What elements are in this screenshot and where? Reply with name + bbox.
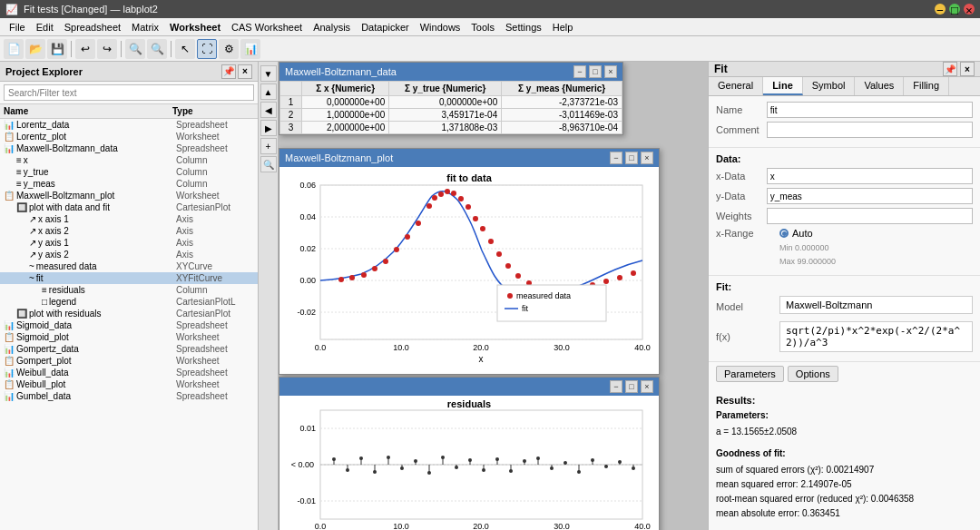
residuals-close[interactable]: × (641, 380, 653, 393)
table-cell[interactable]: -8,963710e-04 (502, 122, 622, 134)
right-panel-pin[interactable]: 📌 (943, 62, 957, 76)
tab-line[interactable]: Line (763, 77, 803, 95)
side-btn-4[interactable]: ▶ (260, 120, 277, 136)
arrow-tool[interactable]: ↖ (175, 39, 195, 59)
save-button[interactable]: 💾 (47, 39, 67, 59)
tree-item[interactable]: 📋Sigmoid_plotWorksheet (0, 331, 258, 343)
tree-item[interactable]: 📋Lorentz_plotWorksheet (0, 131, 258, 142)
table-cell[interactable]: -3,011469e-03 (502, 109, 622, 122)
zoom-out-button[interactable]: 🔍 (147, 39, 167, 59)
tree-item[interactable]: 📊Weibull_dataSpreadsheet (0, 367, 258, 378)
minimize-button[interactable]: − (935, 4, 946, 15)
tree-item[interactable]: 🔲plot with data and fitCartesianPlot (0, 201, 258, 213)
side-btn-1[interactable]: ▼ (260, 65, 277, 82)
table-cell[interactable]: 2,000000e+00 (302, 122, 389, 134)
maximize-button[interactable]: □ (949, 4, 960, 15)
menu-cas-worksheet[interactable]: CAS Worksheet (226, 18, 308, 35)
side-btn-3[interactable]: ◀ (260, 102, 277, 118)
menu-edit[interactable]: Edit (31, 18, 59, 35)
table-cell[interactable]: 1,371808e-03 (389, 122, 502, 134)
options-button[interactable]: Options (788, 366, 838, 382)
tree-item[interactable]: ≡y_measColumn (0, 178, 258, 190)
tree-item[interactable]: 📋Gompert_plotWorksheet (0, 355, 258, 367)
tree-item[interactable]: 📋Weibull_plotWorksheet (0, 378, 258, 390)
main-plot-close[interactable]: × (641, 152, 653, 164)
tree-item[interactable]: 📊Maxwell-Boltzmann_dataSpreadsheet (0, 142, 258, 154)
results-label: Results: (716, 395, 973, 406)
side-btn-2[interactable]: ▲ (260, 83, 277, 100)
zoom-in-button[interactable]: 🔍 (125, 39, 145, 59)
residuals-plot-btns: − □ × (610, 380, 653, 393)
menu-datapicker[interactable]: Datapicker (356, 18, 415, 35)
table-cell[interactable]: 0,000000e+00 (389, 96, 502, 109)
tree-item[interactable]: ↗y axis 1Axis (0, 237, 258, 249)
tree-item[interactable]: 📊Gompertz_dataSpreadsheet (0, 343, 258, 355)
menu-settings[interactable]: Settings (500, 18, 547, 35)
spreadsheet-close[interactable]: × (604, 65, 617, 78)
residuals-restore[interactable]: □ (625, 380, 638, 393)
undo-button[interactable]: ↩ (75, 39, 95, 59)
residuals-minimize[interactable]: − (610, 380, 622, 393)
table-cell[interactable]: -2,373721e-03 (502, 96, 622, 109)
table-cell[interactable]: 0,000000e+00 (302, 96, 389, 109)
tree-item[interactable]: 📋Maxwell-Boltzmann_plotWorksheet (0, 190, 258, 201)
xdata-input[interactable] (767, 168, 973, 184)
comment-input[interactable] (767, 122, 973, 138)
plot-icon[interactable]: 📊 (240, 39, 260, 59)
menu-spreadsheet[interactable]: Spreadsheet (59, 18, 126, 35)
menu-analysis[interactable]: Analysis (308, 18, 356, 35)
menu-matrix[interactable]: Matrix (126, 18, 164, 35)
menu-tools[interactable]: Tools (466, 18, 500, 35)
tree-item[interactable]: 📊Lorentz_dataSpreadsheet (0, 119, 258, 131)
redo-button[interactable]: ↪ (97, 39, 117, 59)
svg-text:0.0: 0.0 (315, 343, 327, 352)
xrange-auto-radio[interactable] (779, 229, 789, 238)
tree-item[interactable]: 📊Sigmoid_dataSpreadsheet (0, 319, 258, 331)
close-button[interactable]: × (964, 4, 975, 15)
main-plot-restore[interactable]: □ (625, 152, 638, 164)
plot-title-text: fit to data (446, 172, 492, 183)
project-explorer-close[interactable]: × (238, 64, 252, 79)
tab-values[interactable]: Values (855, 77, 904, 95)
settings-icon[interactable]: ⚙ (219, 39, 239, 59)
pan-tool[interactable]: ⛶ (197, 39, 217, 59)
open-button[interactable]: 📂 (25, 39, 45, 59)
name-label: Name (716, 104, 767, 115)
weights-input[interactable] (767, 208, 973, 224)
tab-filling[interactable]: Filling (904, 77, 949, 95)
spreadsheet-minimize[interactable]: − (573, 65, 586, 78)
tree-item[interactable]: 📊Gumbel_dataSpreadsheet (0, 390, 258, 402)
tree-item[interactable]: □legendCartesianPlotL (0, 296, 258, 308)
tree-item[interactable]: 🔲plot with residualsCartesianPlot (0, 308, 258, 319)
tree-item[interactable]: ~measured dataXYCurve (0, 260, 258, 272)
side-btn-6[interactable]: 🔍 (260, 156, 277, 172)
spreadsheet-restore[interactable]: □ (589, 65, 602, 78)
tree-item[interactable]: ≡y_trueColumn (0, 166, 258, 178)
tree-item[interactable]: ~fitXYFitCurve (0, 272, 258, 284)
menu-worksheet[interactable]: Worksheet (164, 18, 226, 35)
tab-general[interactable]: General (709, 77, 763, 95)
new-button[interactable]: 📄 (4, 39, 24, 59)
project-explorer-pin[interactable]: 📌 (221, 64, 236, 79)
search-input[interactable] (4, 84, 254, 101)
table-cell[interactable]: 1,000000e+00 (302, 109, 389, 122)
right-panel-title: Fit (714, 63, 728, 75)
main-plot-minimize[interactable]: − (610, 152, 622, 164)
menu-file[interactable]: File (4, 18, 31, 35)
menu-help[interactable]: Help (547, 18, 579, 35)
name-input[interactable] (767, 102, 973, 118)
tree-item[interactable]: ↗x axis 1Axis (0, 213, 258, 225)
table-cell[interactable]: 3,459171e-04 (389, 109, 502, 122)
tree-item[interactable]: ↗y axis 2Axis (0, 249, 258, 260)
tree-item[interactable]: ↗x axis 2Axis (0, 225, 258, 237)
parameters-button[interactable]: Parameters (716, 366, 784, 382)
right-panel-close[interactable]: × (960, 62, 975, 76)
tree-item-icon: 📋 (4, 356, 15, 366)
tree-item[interactable]: ≡residualsColumn (0, 284, 258, 296)
ydata-input[interactable] (767, 188, 973, 204)
tab-symbol[interactable]: Symbol (803, 77, 856, 95)
menu-windows[interactable]: Windows (415, 18, 466, 35)
tree-item[interactable]: ≡xColumn (0, 154, 258, 166)
side-btn-5[interactable]: + (260, 138, 277, 154)
svg-text:-0.01: -0.01 (297, 496, 316, 505)
